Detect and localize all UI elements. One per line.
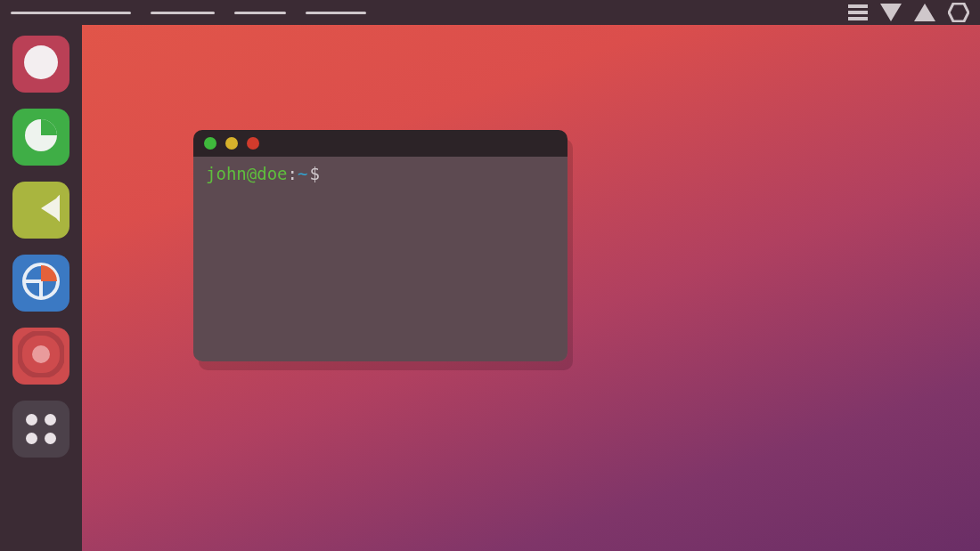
menu-item-1[interactable] [11,12,131,14]
menu-item-2[interactable] [151,12,215,14]
svg-rect-2 [848,17,868,20]
launcher-app-5[interactable] [12,328,69,385]
white-circle-icon [23,45,59,84]
four-dots-icon [23,411,59,447]
top-panel [0,0,980,25]
terminal-body[interactable]: john@doe:~$ [193,157,568,361]
terminal-titlebar[interactable] [193,130,568,157]
window-maximize-icon[interactable] [247,137,259,150]
ring-red-icon [18,331,64,381]
window-minimize-icon[interactable] [225,137,238,150]
prompt-separator: : [288,164,298,183]
menu-item-4[interactable] [306,12,366,14]
window-close-icon[interactable] [204,137,216,150]
svg-rect-0 [848,4,868,8]
launcher-sidebar [0,25,82,551]
prompt-user: john@doe [206,164,288,183]
launcher-app-6[interactable] [12,401,69,458]
desktop-wallpaper[interactable]: john@doe:~$ [82,25,980,551]
terminal-window[interactable]: john@doe:~$ [193,130,568,361]
launcher-app-4[interactable] [12,255,69,312]
prompt-symbol: $ [307,164,319,183]
launcher-app-3[interactable] [12,182,69,239]
svg-rect-1 [848,11,868,14]
triangle-down-icon[interactable] [880,4,902,21]
launcher-app-1[interactable] [12,36,69,93]
pac-olive-icon [22,190,60,231]
svg-marker-4 [914,4,935,21]
launcher-app-2[interactable] [12,109,69,166]
system-tray [848,3,969,22]
triangle-up-icon[interactable] [914,4,935,21]
prompt-path: ~ [298,164,307,183]
menu-item-3[interactable] [234,12,286,14]
pie-green-icon [22,117,60,158]
svg-point-6 [24,45,58,79]
svg-marker-3 [880,4,902,21]
svg-marker-5 [949,4,968,21]
hexagon-outline-icon[interactable] [948,3,969,22]
svg-point-12 [32,345,50,363]
menu-bars-icon[interactable] [848,4,868,20]
pie-blue-icon [21,262,61,304]
